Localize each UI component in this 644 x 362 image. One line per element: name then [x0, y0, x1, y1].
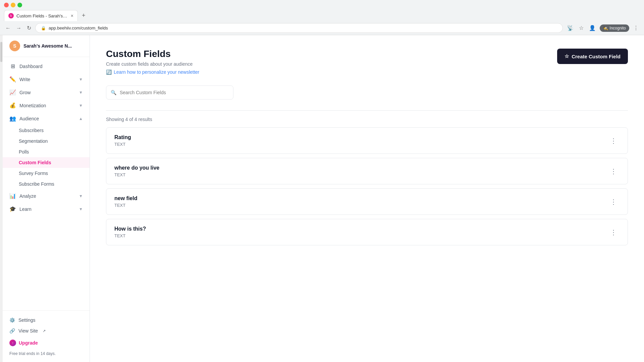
tab-favicon: b: [8, 13, 14, 18]
incognito-icon: 🕵️: [603, 26, 608, 31]
browser-actions: 📡 ☆ 👤 🕵️ Incognito ⋮: [566, 23, 640, 33]
write-icon: ✏️: [9, 76, 16, 82]
chevron-down-icon: ▼: [79, 194, 83, 198]
sidebar-item-analyze[interactable]: 📊 Analyze ▼: [3, 189, 90, 202]
trial-text: Free trial ends in 14 days.: [9, 350, 83, 358]
chevron-down-icon: ▼: [79, 77, 83, 82]
sidebar-item-label: Dashboard: [19, 64, 83, 69]
field-info: where do you live TEXT: [114, 165, 159, 177]
learn-link-text: Learn how to personalize your newsletter: [114, 69, 199, 75]
upgrade-icon: ↑: [9, 340, 16, 346]
sidebar-item-custom-fields[interactable]: Custom Fields: [3, 157, 90, 168]
create-custom-field-button[interactable]: ☆ Create Custom Field: [557, 49, 628, 64]
sidebar-item-write[interactable]: ✏️ Write ▼: [3, 73, 90, 86]
search-input[interactable]: [106, 85, 233, 100]
field-card: new field TEXT ⋮: [106, 188, 628, 215]
security-icon: 🔒: [41, 26, 46, 31]
sidebar-item-label: Write: [19, 77, 75, 82]
cast-btn[interactable]: 📡: [566, 23, 575, 33]
chevron-down-icon: ▼: [79, 90, 83, 95]
tab-title: Custom Fields - Sarah's Awesome N...: [16, 13, 68, 18]
grow-icon: 📈: [9, 89, 16, 96]
browser-toolbar: ← → ↻ 🔒 app.beehiiv.com/custom_fields 📡 …: [0, 21, 644, 35]
window-minimize-btn[interactable]: [11, 3, 15, 7]
sidebar-item-audience[interactable]: 👥 Audience ▲: [3, 112, 90, 125]
sidebar-item-survey-forms[interactable]: Survey Forms: [3, 168, 90, 179]
sidebar-item-view-site[interactable]: 🔗 View Site ↗: [9, 325, 83, 336]
field-type: TEXT: [114, 172, 159, 177]
app-layout: S Sarah's Awesome N... ⊞ Dashboard ✏️ Wr…: [0, 35, 644, 362]
chevron-up-icon: ▲: [79, 116, 83, 121]
settings-icon: ⚙️: [9, 317, 15, 323]
forward-btn[interactable]: →: [15, 24, 23, 33]
sidebar-item-grow[interactable]: 📈 Grow ▼: [3, 86, 90, 99]
sidebar-item-learn[interactable]: 🎓 Learn ▼: [3, 202, 90, 216]
sidebar-item-subscribe-forms[interactable]: Subscribe Forms: [3, 179, 90, 189]
field-name: where do you live: [114, 165, 159, 171]
browser-tab-active[interactable]: b Custom Fields - Sarah's Awesome N... ×: [4, 10, 78, 21]
profile-btn[interactable]: 👤: [588, 23, 597, 33]
field-type: TEXT: [114, 142, 131, 147]
field-menu-button[interactable]: ⋮: [607, 135, 620, 146]
sidebar-item-monetization[interactable]: 💰 Monetization ▼: [3, 99, 90, 112]
field-info: How is this? TEXT: [114, 226, 146, 238]
audience-icon: 👥: [9, 115, 16, 122]
field-name: Rating: [114, 134, 131, 140]
url-text: app.beehiiv.com/custom_fields: [49, 25, 557, 31]
window-maximize-btn[interactable]: [17, 3, 22, 7]
sidebar-item-label: Analyze: [19, 193, 75, 199]
window-close-btn[interactable]: [4, 3, 9, 7]
brand-name: Sarah's Awesome N...: [23, 43, 72, 49]
sidebar: S Sarah's Awesome N... ⊞ Dashboard ✏️ Wr…: [3, 35, 90, 362]
learn-link[interactable]: 🔄 Learn how to personalize your newslett…: [106, 69, 199, 75]
main-content: Custom Fields Create custom fields about…: [90, 35, 644, 362]
sidebar-item-settings[interactable]: ⚙️ Settings: [9, 315, 83, 325]
page-title: Custom Fields: [106, 49, 199, 59]
page-header-left: Custom Fields Create custom fields about…: [106, 49, 199, 75]
content-divider: [106, 110, 628, 111]
field-menu-button[interactable]: ⋮: [607, 227, 620, 238]
sidebar-item-label: Monetization: [19, 103, 75, 108]
reload-btn[interactable]: ↻: [25, 23, 33, 33]
learn-icon: 🎓: [9, 206, 16, 212]
field-type: TEXT: [114, 203, 137, 208]
field-card: Rating TEXT ⋮: [106, 127, 628, 154]
chevron-down-icon: ▼: [79, 207, 83, 212]
field-menu-button[interactable]: ⋮: [607, 166, 620, 177]
external-link-icon: ↗: [43, 329, 46, 333]
sidebar-item-dashboard[interactable]: ⊞ Dashboard: [3, 60, 90, 73]
field-info: Rating TEXT: [114, 134, 131, 147]
sidebar-nav: ⊞ Dashboard ✏️ Write ▼ 📈 Grow ▼ 💰 Moneti…: [3, 57, 90, 310]
menu-btn[interactable]: ⋮: [632, 23, 640, 33]
field-menu-button[interactable]: ⋮: [607, 196, 620, 207]
search-icon: 🔍: [111, 90, 116, 95]
sidebar-footer: ⚙️ Settings 🔗 View Site ↗ ↑ Upgrade Free…: [3, 310, 90, 362]
upgrade-button[interactable]: ↑ Upgrade: [9, 336, 83, 350]
analyze-icon: 📊: [9, 193, 16, 199]
dashboard-icon: ⊞: [9, 63, 16, 69]
scroll-thumb: [0, 42, 2, 62]
field-info: new field TEXT: [114, 195, 137, 208]
incognito-badge: 🕵️ Incognito: [600, 24, 629, 32]
sidebar-header: S Sarah's Awesome N...: [3, 35, 90, 57]
sidebar-item-label: Learn: [19, 206, 75, 212]
field-list: Rating TEXT ⋮ where do you live TEXT ⋮ n…: [106, 127, 628, 245]
bookmark-btn[interactable]: ☆: [578, 23, 585, 33]
sidebar-item-subscribers[interactable]: Subscribers: [3, 125, 90, 136]
chevron-down-icon: ▼: [79, 103, 83, 108]
address-bar[interactable]: 🔒 app.beehiiv.com/custom_fields: [35, 23, 563, 33]
field-name: new field: [114, 195, 137, 201]
monetization-icon: 💰: [9, 102, 16, 109]
tab-close-btn[interactable]: ×: [71, 13, 73, 18]
tab-bar: b Custom Fields - Sarah's Awesome N... ×…: [0, 10, 644, 21]
field-card: How is this? TEXT ⋮: [106, 219, 628, 245]
sidebar-item-label: Grow: [19, 90, 75, 95]
create-btn-label: Create Custom Field: [572, 54, 621, 59]
view-site-label: View Site: [18, 328, 38, 334]
back-btn[interactable]: ←: [4, 24, 12, 33]
sidebar-item-polls[interactable]: Polls: [3, 146, 90, 157]
new-tab-btn[interactable]: +: [79, 11, 88, 20]
sidebar-item-segmentation[interactable]: Segmentation: [3, 136, 90, 146]
brand-avatar: S: [9, 41, 20, 51]
window-controls: [4, 3, 22, 7]
